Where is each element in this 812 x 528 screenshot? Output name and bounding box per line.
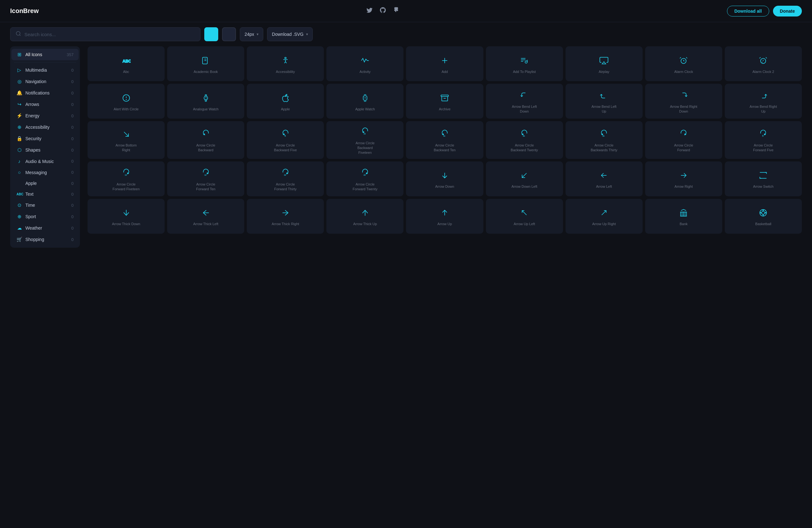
icon-card-arrow-circle-backward[interactable]: Arrow Circle Backward: [167, 121, 244, 159]
sidebar-item-apple[interactable]: Apple 0: [11, 178, 79, 189]
icon-card-arrow-circle-forward-fiveteen[interactable]: 15Arrow Circle Forward Fiveteen: [88, 161, 165, 196]
size-chevron-icon: ▾: [257, 32, 259, 36]
icon-card-arrow-circle-forward-twenty[interactable]: 20Arrow Circle Forward Twenty: [327, 161, 404, 196]
icon-card-arrow-up[interactable]: Arrow Up: [406, 199, 483, 234]
icon-card-arrow-circle-forward[interactable]: Arrow Circle Forward: [645, 121, 722, 159]
icon-label-analogue-watch: Analogue Watch: [193, 107, 219, 112]
search-input[interactable]: [25, 32, 195, 37]
sidebar-item-security[interactable]: 🔒 Security 0: [11, 133, 79, 144]
icon-label-arrow-thick-right: Arrow Thick Right: [272, 222, 299, 226]
icon-card-arrow-bend-left-down[interactable]: Arrow Bend Left Down: [486, 84, 563, 119]
apple-icon: [280, 92, 291, 104]
add-to-playlist-icon: [519, 55, 530, 66]
donate-button[interactable]: Donate: [773, 6, 802, 16]
arrow-bend-right-up-icon: [757, 90, 769, 101]
arrow-left-icon: [598, 170, 610, 181]
sidebar-item-energy[interactable]: ⚡ Energy 0: [11, 110, 79, 121]
icon-label-arrow-circle-forward-five: Arrow Circle Forward Five: [749, 143, 778, 152]
icon-label-arrow-circle-backward-twenty: Arrow Circle Backward Twenty: [510, 143, 539, 152]
icon-card-arrow-circle-backward-twenty[interactable]: 20Arrow Circle Backward Twenty: [486, 121, 563, 159]
color-swatch-dark[interactable]: [222, 27, 236, 41]
icon-card-basketball[interactable]: Basketball: [725, 199, 802, 234]
arrow-circle-backward-icon: [200, 129, 212, 140]
twitter-icon[interactable]: [366, 7, 373, 16]
icon-card-analogue-watch[interactable]: Analogue Watch: [167, 84, 244, 119]
icon-card-arrow-thick-right[interactable]: Arrow Thick Right: [247, 199, 324, 234]
icon-card-arrow-thick-up[interactable]: Arrow Thick Up: [327, 199, 404, 234]
sidebar-item-sport[interactable]: ⊕ Sport 0: [11, 211, 79, 222]
sidebar-item-time[interactable]: ⊙ Time 0: [11, 200, 79, 211]
github-icon[interactable]: [379, 7, 386, 16]
sidebar-item-all-icons[interactable]: ⊞ All Icons 357: [11, 49, 79, 60]
toolbar: 24px ▾ Download .SVG ▾: [0, 22, 812, 46]
icon-card-arrow-circle-forward-five[interactable]: 5Arrow Circle Forward Five: [725, 121, 802, 159]
icon-card-arrow-circle-backwards-thirty[interactable]: 30Arrow Circle Backwards Thirty: [566, 121, 643, 159]
icon-card-arrow-thick-left[interactable]: Arrow Thick Left: [167, 199, 244, 234]
icon-label-bank: Bank: [680, 222, 688, 226]
icon-label-arrow-bend-left-up: Arrow Bend Left Up: [590, 104, 618, 114]
download-format-select[interactable]: Download .SVG ▾: [267, 27, 313, 41]
icon-card-arrow-bottom-right[interactable]: Arrow Bottom Right: [88, 121, 165, 159]
icon-card-bank[interactable]: Bank: [645, 199, 722, 234]
icon-card-add[interactable]: Add: [406, 46, 483, 81]
icon-card-arrow-down[interactable]: Arrow Down: [406, 161, 483, 196]
download-all-button[interactable]: Download all: [727, 6, 769, 16]
arrow-circle-backward-twenty-icon: 20: [519, 129, 530, 140]
icon-card-arrow-bend-left-up[interactable]: Arrow Bend Left Up: [566, 84, 643, 119]
sidebar-item-audio-music[interactable]: ♪ Audio & Music 0: [11, 156, 79, 167]
icon-label-arrow-left: Arrow Left: [596, 184, 612, 189]
icon-card-add-to-playlist[interactable]: Add To Playlist: [486, 46, 563, 81]
sidebar-item-weather[interactable]: ☁ Weather 0: [11, 222, 79, 234]
basketball-icon: [757, 207, 769, 219]
icon-label-alarm-clock-2: Alarm Clock 2: [752, 70, 774, 74]
arrow-down-icon: [439, 170, 450, 181]
svg-marker-14: [602, 61, 606, 64]
icon-card-arrow-circle-backward-five[interactable]: 5Arrow Circle Backward Five: [247, 121, 324, 159]
icon-card-apple[interactable]: Apple: [247, 84, 324, 119]
icon-card-arrow-circle-forward-ten[interactable]: 10Arrow Circle Forward Ten: [167, 161, 244, 196]
icon-card-alert-with-circle[interactable]: Alert With Circle: [88, 84, 165, 119]
color-swatch-cyan[interactable]: [204, 27, 218, 41]
icon-card-arrow-bend-right-up[interactable]: Arrow Bend Right Up: [725, 84, 802, 119]
icon-card-apple-watch[interactable]: Apple Watch: [327, 84, 404, 119]
icon-card-archive[interactable]: Archive: [406, 84, 483, 119]
icon-card-arrow-left[interactable]: Arrow Left: [566, 161, 643, 196]
icons-grid: ABCAbcAcademic BookAccessibilityActivity…: [88, 46, 802, 250]
icon-card-arrow-bend-right-down[interactable]: Arrow Bend Right Down: [645, 84, 722, 119]
icon-card-alarm-clock-2[interactable]: Alarm Clock 2: [725, 46, 802, 81]
size-label: 24px: [245, 32, 254, 37]
sidebar-divider: [14, 62, 76, 62]
icon-card-alarm-clock[interactable]: Alarm Clock: [645, 46, 722, 81]
sidebar-item-shapes[interactable]: ⬡ Shapes 0: [11, 144, 79, 156]
icon-card-arrow-right[interactable]: Arrow Right: [645, 161, 722, 196]
icon-card-arrow-up-right[interactable]: Arrow Up Right: [566, 199, 643, 234]
sidebar-item-multimedia[interactable]: ▷ Multimedia 0: [11, 64, 79, 76]
icon-card-activity[interactable]: Activity: [327, 46, 404, 81]
icon-card-arrow-down-left[interactable]: Arrow Down Left: [486, 161, 563, 196]
sidebar-item-notifications[interactable]: 🔔 Notifications 0: [11, 87, 79, 99]
figma-icon[interactable]: [393, 7, 400, 16]
sidebar-item-accessibility[interactable]: ⊕ Accessibility 0: [11, 121, 79, 133]
icon-card-arrow-up-left[interactable]: Arrow Up Left: [486, 199, 563, 234]
icon-card-academic-book[interactable]: Academic Book: [167, 46, 244, 81]
size-select[interactable]: 24px ▾: [240, 27, 263, 41]
icon-card-arrow-switch[interactable]: Arrow Switch: [725, 161, 802, 196]
sidebar-item-navigation[interactable]: ◎ Navigation 0: [11, 76, 79, 87]
arrow-up-right-icon: [598, 207, 610, 219]
icon-card-abc[interactable]: ABCAbc: [88, 46, 165, 81]
icon-card-accessibility[interactable]: Accessibility: [247, 46, 324, 81]
sidebar-item-arrows[interactable]: ↪ Arrows 0: [11, 99, 79, 110]
text-icon: ABC: [16, 192, 22, 196]
sidebar-item-messaging[interactable]: ○ Messaging 0: [11, 167, 79, 178]
arrow-circle-forward-thirty-icon: 30: [280, 167, 291, 179]
icon-card-arrow-thick-down[interactable]: Arrow Thick Down: [88, 199, 165, 234]
archive-icon: [439, 92, 450, 104]
icon-card-arrow-circle-backward-ten[interactable]: 10Arrow Circle Backward Ten: [406, 121, 483, 159]
icon-card-arrow-circle-backward-fiveteen[interactable]: 15Arrow Circle Backward Fiveteen: [327, 121, 404, 159]
svg-text:5: 5: [285, 135, 286, 137]
sidebar-item-text[interactable]: ABC Text 0: [11, 189, 79, 200]
arrow-circle-backwards-thirty-icon: 30: [598, 129, 610, 140]
icon-card-arrow-circle-forward-thirty[interactable]: 30Arrow Circle Forward Thirty: [247, 161, 324, 196]
icon-card-airplay[interactable]: Airplay: [566, 46, 643, 81]
sidebar-item-shopping[interactable]: 🛒 Shopping 0: [11, 234, 79, 245]
